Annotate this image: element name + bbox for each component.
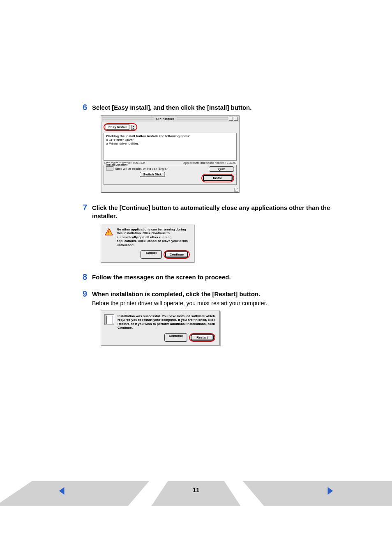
step-text: Select [Easy Install], and then click th…: [92, 103, 351, 112]
chevron-right-icon: [325, 486, 334, 496]
step-7: 7 Click the [Continue] button to automat…: [78, 203, 351, 221]
install-location-frame: Install Location Items will be installed…: [104, 165, 237, 185]
installer-window: CP Installer Easy Install Clicking the I…: [101, 115, 240, 193]
install-item: o CP Printer Driver: [106, 138, 234, 142]
step-text: Click the [Continue] button to automatic…: [92, 203, 351, 221]
window-collapse-icon[interactable]: [229, 117, 233, 121]
install-button[interactable]: Install: [203, 175, 233, 181]
step-9: 9 When installation is completed, click …: [78, 289, 351, 307]
highlight-easy-install: Easy Install: [104, 123, 137, 131]
disk-needed: Approximate disk space needed : 2,472K: [183, 161, 236, 164]
install-location-text: Items will be installed on the disk "Eng…: [106, 166, 199, 170]
step-number: 6: [78, 103, 92, 112]
continue-dialog-text: No other applications can be running dur…: [117, 228, 190, 247]
step-subtext: Before the printer driver will operate, …: [92, 299, 351, 307]
quit-button[interactable]: Quit: [209, 166, 234, 172]
screenshot-restart-dialog: Installation was successful. You have in…: [101, 311, 351, 345]
installer-body: Easy Install Clicking the Install button…: [101, 122, 239, 187]
resize-corner[interactable]: [101, 187, 239, 193]
install-location-legend: Install Location: [106, 163, 128, 166]
disk-icon: [106, 166, 113, 170]
titlebar-stripe: [177, 117, 228, 120]
titlebar-stripe: [102, 117, 154, 120]
window-zoom-icon[interactable]: [234, 117, 238, 121]
screenshot-installer: CP Installer Easy Install Clicking the I…: [101, 115, 351, 193]
prev-page-button[interactable]: [58, 486, 67, 496]
window-title: CP Installer: [154, 117, 177, 121]
resize-grip-icon: [234, 188, 238, 192]
restart-dialog-text: Installation was successful. You have in…: [118, 314, 215, 330]
warning-icon: [104, 228, 113, 237]
step-number: 9: [78, 289, 92, 299]
install-item: o Printer driver utilities: [106, 142, 234, 145]
svg-rect-1: [108, 230, 109, 233]
step-6: 6 Select [Easy Install], and then click …: [78, 103, 351, 112]
titlebar: CP Installer: [101, 116, 239, 122]
step-number: 8: [78, 272, 92, 282]
next-page-button[interactable]: [325, 486, 334, 496]
restart-button[interactable]: Restart: [191, 334, 214, 341]
install-type-dropdown[interactable]: Easy Install: [106, 124, 129, 130]
screenshot-continue-dialog: No other applications can be running dur…: [101, 224, 351, 263]
step-text: When installation is completed, click th…: [92, 289, 351, 307]
svg-marker-3: [59, 487, 65, 495]
restart-dialog: Installation was successful. You have in…: [101, 311, 220, 345]
dropdown-arrow-icon[interactable]: [131, 125, 135, 130]
step-text: Follow the messages on the screen to pro…: [92, 272, 351, 281]
switch-disk-button[interactable]: Switch Disk: [140, 172, 165, 177]
installer-doc-icon: [104, 314, 114, 325]
svg-rect-2: [108, 233, 109, 234]
chevron-left-icon: [58, 486, 67, 496]
step-8: 8 Follow the messages on the screen to p…: [78, 272, 351, 282]
svg-marker-4: [328, 487, 333, 495]
continue-button[interactable]: Continue: [164, 333, 187, 342]
install-list-header: Clicking the Install button installs the…: [106, 134, 234, 138]
cancel-button[interactable]: Cancel: [141, 250, 162, 259]
highlight-install: Install: [201, 174, 234, 182]
step-number: 7: [78, 203, 92, 212]
highlight-continue: Continue: [164, 250, 190, 259]
page-content: 6 Select [Easy Install], and then click …: [0, 0, 392, 555]
continue-dialog: No other applications can be running dur…: [101, 224, 194, 263]
highlight-restart: Restart: [189, 333, 215, 342]
continue-button[interactable]: Continue: [165, 251, 188, 258]
page-number: 11: [193, 486, 200, 493]
page-footer: 11: [0, 481, 392, 506]
install-items-panel: Clicking the Install button installs the…: [104, 133, 237, 161]
